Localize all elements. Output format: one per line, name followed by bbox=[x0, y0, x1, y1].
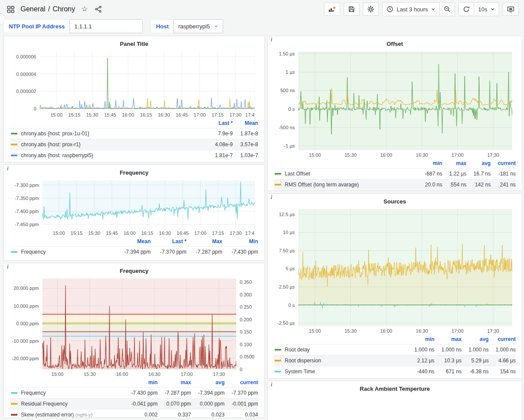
legend-row: Last Offset-687 ns1.22 µs16.7 ns-181 ns bbox=[274, 169, 516, 179]
legend-series-label[interactable]: System Time bbox=[285, 368, 315, 375]
panel-header[interactable]: Offset bbox=[268, 38, 522, 49]
y-tick-label: -7.300 ppm bbox=[14, 182, 39, 188]
panel-offset: i Offset 1.50 µs1 µs500 ns0 s-500 ns-1 µ… bbox=[267, 36, 522, 191]
x-tick-label: 16:30 bbox=[158, 112, 170, 117]
legend-series-swatch[interactable] bbox=[11, 251, 17, 253]
legend-row: chrony.abs {host: prox-1u-01}7.9e-91.87e… bbox=[10, 128, 258, 139]
panel-header[interactable]: Rack Ambient Temperture bbox=[268, 383, 522, 394]
x-tick-label: 15:45 bbox=[104, 112, 117, 117]
legend-value: -7.394 ppm bbox=[191, 388, 225, 399]
legend-series-label[interactable]: chrony.abs {host: prox-r1} bbox=[21, 141, 81, 148]
y-tick-label: -10.000 ppm bbox=[12, 338, 39, 344]
legend-series-label[interactable]: Frequency bbox=[21, 390, 46, 396]
legend-series-swatch[interactable] bbox=[275, 184, 281, 186]
y-tick-label: 0.000002 bbox=[16, 89, 36, 94]
legend-value: -7.287 ppm bbox=[186, 247, 222, 258]
legend-value: -687 ns bbox=[418, 169, 442, 179]
legend-col-mean[interactable]: Mean bbox=[115, 238, 151, 247]
legend-col-max[interactable]: max bbox=[442, 159, 467, 169]
offset-plot-area[interactable] bbox=[298, 52, 512, 150]
legend-col-max[interactable]: Max bbox=[186, 238, 222, 247]
sources-plot-area[interactable] bbox=[298, 209, 512, 326]
add-panel-button[interactable] bbox=[324, 3, 340, 16]
legend-value: 2.12 µs bbox=[407, 355, 434, 366]
legend-series-swatch[interactable] bbox=[275, 349, 281, 351]
legend-value: 0.000 ppm bbox=[191, 399, 225, 410]
legend-col-avg[interactable]: avg bbox=[191, 379, 225, 388]
panel-title: Rack Ambient Temperture bbox=[360, 386, 430, 392]
panel-header[interactable]: Sources bbox=[268, 196, 522, 207]
frequency-skew-plot-area[interactable] bbox=[42, 279, 236, 369]
save-dashboard-button[interactable] bbox=[344, 3, 359, 16]
share-alt-icon[interactable] bbox=[94, 5, 103, 14]
refresh-button[interactable] bbox=[459, 3, 474, 16]
y-tick-label: 0 bbox=[34, 106, 36, 111]
legend-col-current[interactable]: current bbox=[491, 159, 516, 169]
x-tick-label: 16:45 bbox=[177, 231, 189, 236]
legend-series-swatch[interactable] bbox=[275, 360, 281, 361]
apps-grid-icon[interactable] bbox=[6, 5, 15, 14]
legend-series-swatch[interactable] bbox=[11, 155, 17, 156]
legend-col-max[interactable]: max bbox=[158, 379, 191, 388]
x-tick-label: 16:00 bbox=[380, 328, 393, 334]
legend-series-swatch[interactable] bbox=[275, 173, 281, 175]
panel-header[interactable]: Frequency bbox=[4, 265, 264, 276]
host-select[interactable]: raspberrypi5 bbox=[173, 19, 223, 33]
panel-title-plot-area[interactable] bbox=[40, 52, 255, 110]
legend-value: -6.38 ns bbox=[462, 366, 489, 377]
legend-value: 1.000 ns bbox=[434, 344, 462, 355]
legend-value: -0.001 ppm bbox=[224, 399, 258, 410]
x-tick-label: 16:00 bbox=[122, 112, 134, 117]
legend-series-label[interactable]: chrony.abs {host: prox-1u-01} bbox=[21, 131, 90, 137]
legend-series-label[interactable]: chrony.abs {host: raspberrypi5} bbox=[21, 152, 93, 158]
legend-col-last[interactable]: Last * bbox=[207, 119, 233, 128]
ntp-pool-ip-input[interactable] bbox=[69, 19, 143, 33]
panel-header[interactable]: Frequency bbox=[4, 167, 264, 178]
legend-col-avg[interactable]: avg bbox=[462, 335, 489, 344]
legend-col-mean[interactable]: Mean bbox=[233, 119, 258, 128]
frequency-plot-area[interactable] bbox=[42, 180, 255, 228]
legend-col-min[interactable]: Min bbox=[222, 238, 258, 247]
chevron-down-icon bbox=[431, 7, 435, 11]
time-range-button[interactable]: Last 3 hours bbox=[383, 3, 439, 16]
legend-col-min[interactable]: min bbox=[124, 379, 158, 388]
legend-col-current[interactable]: current bbox=[224, 379, 258, 388]
panel-header[interactable]: Panel Title bbox=[4, 38, 264, 49]
legend-series-label[interactable]: Root dispersion bbox=[285, 358, 321, 364]
x-tick-label: 16:15 bbox=[140, 112, 152, 117]
legend-col-current[interactable]: current bbox=[489, 335, 516, 344]
right-y-tick-label: 0.300 bbox=[240, 292, 252, 297]
x-tick-label: 17:30 bbox=[487, 328, 500, 334]
legend-series-label[interactable]: RMS Offset (long term avarage) bbox=[285, 182, 359, 188]
legend-col-min[interactable]: min bbox=[418, 159, 442, 169]
zoom-out-time-button[interactable] bbox=[439, 3, 455, 16]
legend-col-avg[interactable]: avg bbox=[466, 159, 490, 169]
legend-col-last[interactable]: Last * bbox=[151, 238, 186, 247]
y-tick-label: -7.450 ppm bbox=[14, 222, 39, 227]
breadcrumb-folder[interactable]: General bbox=[21, 5, 45, 13]
chevron-down-icon bbox=[214, 24, 218, 28]
legend-series-label[interactable]: Skew (estimated error) bbox=[21, 412, 74, 418]
legend-series-label[interactable]: Root delay bbox=[285, 347, 310, 353]
legend-series-swatch[interactable] bbox=[11, 392, 17, 394]
legend-series-label[interactable]: Residual Frequency bbox=[21, 401, 68, 407]
host-select-value: raspberrypi5 bbox=[178, 23, 210, 30]
legend-col-max[interactable]: max bbox=[434, 335, 462, 344]
legend-series-swatch[interactable] bbox=[11, 403, 17, 405]
legend-series-swatch[interactable] bbox=[11, 144, 17, 145]
legend-series-label[interactable]: Frequency bbox=[21, 249, 46, 255]
star-icon[interactable]: ☆ bbox=[80, 5, 89, 14]
refresh-interval-button[interactable]: 10s bbox=[474, 3, 499, 16]
x-tick-label: 15:15 bbox=[71, 231, 83, 236]
legend-col-min[interactable]: min bbox=[407, 335, 434, 344]
legend-series-label[interactable]: Last Offset bbox=[285, 171, 310, 177]
y-tick-label: 20.000 ppm bbox=[14, 286, 39, 291]
x-axis: 15:0015:3016:0016:3017:0017:30 bbox=[298, 327, 512, 334]
legend-series-swatch[interactable] bbox=[275, 371, 281, 372]
y-tick-label: -2.50 µs bbox=[277, 320, 295, 326]
legend-series-swatch[interactable] bbox=[11, 414, 17, 416]
dashboard-settings-button[interactable] bbox=[363, 3, 379, 16]
tv-cycle-view-button[interactable] bbox=[503, 3, 519, 16]
legend-value: -440 ns bbox=[407, 366, 434, 377]
legend-series-swatch[interactable] bbox=[11, 133, 17, 134]
